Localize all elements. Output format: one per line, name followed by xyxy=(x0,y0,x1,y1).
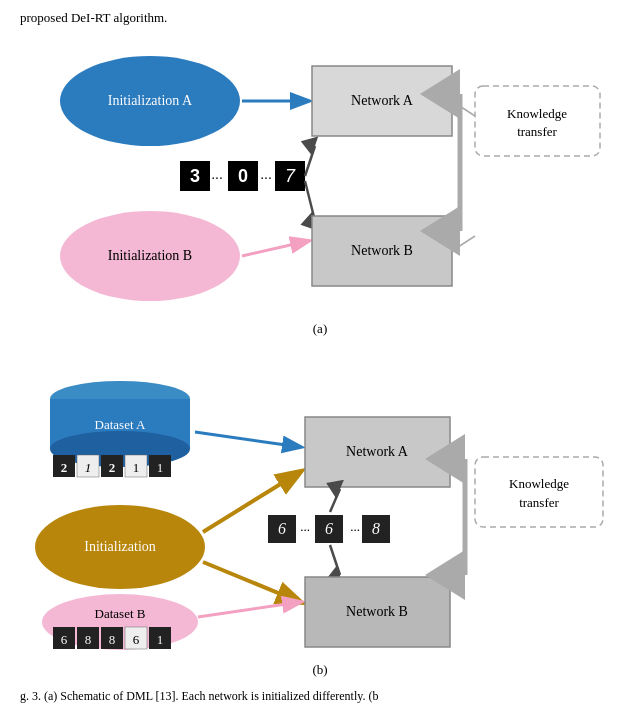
network-b-label: Network B xyxy=(351,243,413,258)
network-b-label-b: Network B xyxy=(346,604,408,619)
initialization-label: Initialization xyxy=(84,539,156,554)
arrow-mid-to-net-a xyxy=(330,489,340,512)
kt-label1-b: Knowledge xyxy=(509,476,569,491)
knowledge-transfer-label1: Knowledge xyxy=(507,106,567,121)
db-digit1: 6 xyxy=(61,632,68,647)
dots-1: ··· xyxy=(211,169,223,185)
diagram-a-svg: Initialization A xyxy=(20,36,620,316)
digit-7: 7 xyxy=(285,166,296,186)
diagram-b-svg: Dataset A 2 1 2 1 1 Initialization Datas… xyxy=(20,347,620,657)
mid-digit2: 6 xyxy=(325,520,333,537)
page-container: proposed DeI-RT algorithm. Initializatio… xyxy=(0,0,640,711)
mid-dots1: ··· xyxy=(300,522,310,537)
da-digit5: 1 xyxy=(157,460,164,475)
arrow-digits-to-net-a xyxy=(305,146,315,176)
arrow-dataset-b-to-net-b xyxy=(198,602,300,617)
diagram-b-section: Dataset A 2 1 2 1 1 Initialization Datas… xyxy=(20,347,620,657)
mid-digit1: 6 xyxy=(278,520,286,537)
da-digit2: 1 xyxy=(85,460,92,475)
arrow-mid-to-net-b xyxy=(330,545,340,575)
db-digit3: 8 xyxy=(109,632,116,647)
page-title: proposed DeI-RT algorithm. xyxy=(20,10,620,26)
caption-b: (b) xyxy=(20,662,620,678)
da-digit1: 2 xyxy=(61,460,68,475)
da-digit3: 2 xyxy=(109,460,116,475)
bottom-caption: g. 3. (a) Schematic of DML [13]. Each ne… xyxy=(20,688,620,705)
kt-box-b xyxy=(475,457,603,527)
digit-0: 0 xyxy=(238,166,248,186)
connector-net-a xyxy=(452,101,475,116)
network-a-label-b: Network A xyxy=(346,444,409,459)
arrow-dataset-a-to-net-a xyxy=(195,432,300,447)
knowledge-transfer-box xyxy=(475,86,600,156)
dots-2: ··· xyxy=(260,169,272,185)
connector-net-b xyxy=(452,236,475,251)
init-b-label: Initialization B xyxy=(108,248,192,263)
kt-label2-b: transfer xyxy=(519,495,559,510)
dataset-a-label: Dataset A xyxy=(95,417,147,432)
knowledge-transfer-label2: transfer xyxy=(517,124,557,139)
dataset-b-label: Dataset B xyxy=(95,606,146,621)
caption-a: (a) xyxy=(20,321,620,337)
arrow-init-b-to-net-b xyxy=(242,241,308,256)
db-digit2: 8 xyxy=(85,632,92,647)
arrow-init-to-net-b xyxy=(203,562,300,602)
network-a-label: Network A xyxy=(351,93,414,108)
da-digit4: 1 xyxy=(133,460,140,475)
init-a-label: Initialization A xyxy=(108,93,193,108)
mid-digit3: 8 xyxy=(372,520,380,537)
db-digit4: 6 xyxy=(133,632,140,647)
arrow-digits-to-net-b xyxy=(305,181,315,221)
digit-3: 3 xyxy=(190,166,200,186)
mid-dots2: ··· xyxy=(350,522,360,537)
db-digit5: 1 xyxy=(157,632,164,647)
diagram-a-section: Initialization A xyxy=(20,36,620,316)
